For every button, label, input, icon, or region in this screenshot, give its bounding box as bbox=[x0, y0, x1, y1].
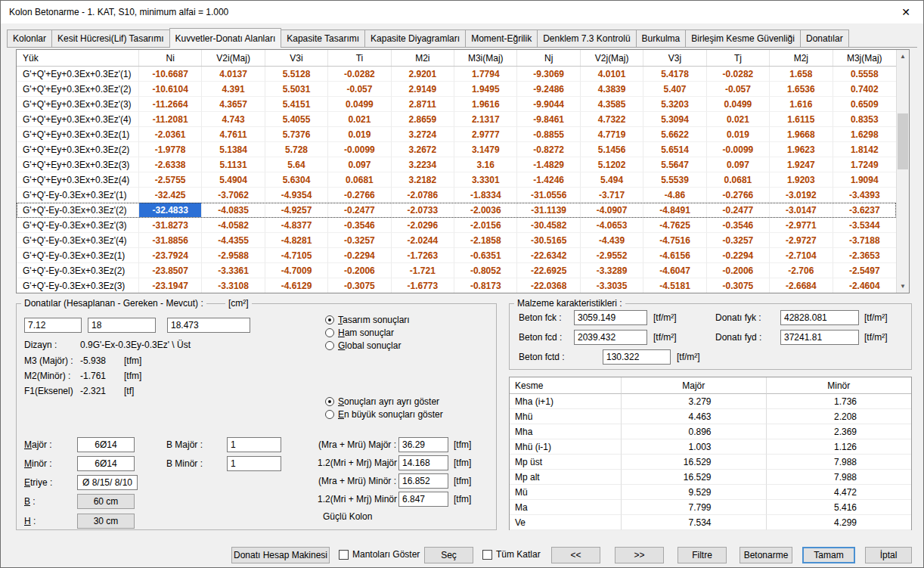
value-cell[interactable]: 1.9623 bbox=[770, 142, 833, 157]
donati-fyk-input[interactable]: 42828.081 bbox=[780, 310, 859, 325]
value-cell[interactable]: -4.6156 bbox=[643, 248, 706, 263]
mri-mrj-major-input[interactable]: 14.168 bbox=[398, 455, 448, 470]
donati-hesap-makinesi-button[interactable]: Donatı Hesap Makinesi bbox=[231, 547, 330, 563]
value-cell[interactable]: 5.5128 bbox=[265, 67, 328, 82]
value-cell[interactable]: 1.9668 bbox=[770, 127, 833, 142]
value-cell[interactable]: 5.7376 bbox=[265, 127, 328, 142]
value-cell[interactable]: 0.7402 bbox=[833, 82, 896, 97]
value-cell[interactable]: -31.0556 bbox=[517, 188, 580, 203]
value-cell[interactable]: 4.7322 bbox=[581, 112, 643, 127]
value-cell[interactable]: -32.425 bbox=[139, 188, 202, 203]
value-cell[interactable]: 4.3657 bbox=[202, 97, 265, 112]
value-cell[interactable]: 5.1456 bbox=[581, 142, 643, 157]
value-cell[interactable]: -2.1858 bbox=[454, 233, 517, 248]
table-row[interactable]: G'+Q'+Ey+0.3Ex+0.3Ez'(3)-11.26644.36575.… bbox=[17, 97, 896, 112]
value-cell[interactable]: -1.4829 bbox=[517, 157, 580, 172]
value-cell[interactable]: 0.019 bbox=[707, 127, 770, 142]
value-cell[interactable]: 5.64 bbox=[265, 157, 328, 172]
value-cell[interactable]: -3.0147 bbox=[770, 203, 833, 218]
tab-moment-e-rilik[interactable]: Moment-Eğrilik bbox=[465, 29, 538, 47]
value-cell[interactable]: -4.0653 bbox=[581, 218, 643, 233]
value-cell[interactable]: -0.6351 bbox=[454, 248, 517, 263]
value-cell[interactable]: -4.8281 bbox=[265, 233, 328, 248]
value-cell[interactable]: -3.3289 bbox=[581, 263, 643, 278]
value-cell[interactable]: 1.6536 bbox=[770, 82, 833, 97]
value-cell[interactable]: -0.2006 bbox=[328, 263, 391, 278]
beton-fctd-input[interactable]: 130.322 bbox=[603, 349, 671, 365]
radio-sonu-lar-ayr-ayr-g-ster[interactable]: Sonuçları ayrı ayrı göster bbox=[325, 396, 443, 406]
hesaplanan-alan-input[interactable]: 7.12 bbox=[24, 318, 82, 333]
h-dimension-button[interactable]: 30 cm bbox=[77, 514, 135, 529]
value-cell[interactable]: -1.4246 bbox=[517, 172, 580, 188]
value-cell[interactable]: 3.2182 bbox=[392, 172, 454, 188]
tab-kuvvetler-donat-alanlar[interactable]: Kuvvetler-Donatı Alanları bbox=[169, 28, 282, 48]
scroll-up-icon[interactable]: ▲ bbox=[897, 50, 909, 63]
beton-fcd-input[interactable]: 2039.432 bbox=[574, 330, 647, 345]
value-cell[interactable]: 1.7249 bbox=[833, 157, 896, 172]
value-cell[interactable]: -3.0192 bbox=[770, 188, 833, 203]
minor-rebar-input[interactable]: 6Ø14 bbox=[77, 456, 135, 471]
value-cell[interactable]: -4.6047 bbox=[643, 263, 706, 278]
value-cell[interactable]: 0.6509 bbox=[833, 97, 896, 112]
value-cell[interactable]: -4.86 bbox=[643, 188, 706, 203]
value-cell[interactable]: 1.9616 bbox=[454, 97, 517, 112]
value-cell[interactable]: 1.8142 bbox=[833, 142, 896, 157]
value-cell[interactable]: 4.0101 bbox=[581, 67, 643, 82]
value-cell[interactable]: -1.6773 bbox=[392, 278, 454, 293]
value-cell[interactable]: -2.3653 bbox=[833, 248, 896, 263]
value-cell[interactable]: 5.5647 bbox=[643, 157, 706, 172]
value-cell[interactable]: 1.6298 bbox=[833, 127, 896, 142]
value-cell[interactable]: 5.6622 bbox=[643, 127, 706, 142]
value-cell[interactable]: -2.4604 bbox=[833, 278, 896, 293]
table-row[interactable]: G'+Q'-Ey-0.3Ex+0.3Ez(3)-23.1947-3.3108-4… bbox=[17, 278, 896, 293]
value-cell[interactable]: -0.0282 bbox=[328, 67, 391, 82]
table-row[interactable]: G'+Q'+Ey+0.3Ex+0.3Ez'(4)-11.20814.7435.4… bbox=[17, 112, 896, 127]
value-cell[interactable]: -2.9588 bbox=[202, 248, 265, 263]
value-cell[interactable]: 3.2724 bbox=[392, 127, 454, 142]
tab-birle-im-kesme-g-venli-i[interactable]: Birleşim Kesme Güvenliği bbox=[685, 29, 801, 47]
radio-en-b-y-k-sonu-lar-g-ster[interactable]: En büyük sonuçları göster bbox=[325, 409, 443, 419]
value-cell[interactable]: -9.9044 bbox=[517, 97, 580, 112]
value-cell[interactable]: -1.9778 bbox=[139, 142, 202, 157]
value-cell[interactable]: 5.1131 bbox=[202, 157, 265, 172]
value-cell[interactable]: -3.6237 bbox=[833, 203, 896, 218]
value-cell[interactable]: 1.9495 bbox=[454, 82, 517, 97]
table-row[interactable]: G'+Q'+Ey+0.3Ex+0.3Ez(1)-2.03614.76115.73… bbox=[17, 127, 896, 142]
mra-mru-major-input[interactable]: 36.29 bbox=[398, 437, 448, 452]
value-cell[interactable]: 5.6514 bbox=[643, 142, 706, 157]
value-cell[interactable]: -2.0786 bbox=[392, 188, 454, 203]
value-cell[interactable]: -1.8334 bbox=[454, 188, 517, 203]
table-row[interactable]: G'+Q'+Ey+0.3Ex+0.3Ez(3)-2.63385.11315.64… bbox=[17, 157, 896, 172]
value-cell[interactable]: 1.9094 bbox=[833, 172, 896, 188]
value-cell[interactable]: -11.2081 bbox=[139, 112, 202, 127]
value-cell[interactable]: -2.6684 bbox=[770, 278, 833, 293]
value-cell[interactable]: 3.1479 bbox=[454, 142, 517, 157]
value-cell[interactable]: -22.6342 bbox=[517, 248, 580, 263]
value-cell[interactable]: -4.0907 bbox=[581, 203, 643, 218]
value-cell[interactable]: -0.2294 bbox=[328, 248, 391, 263]
value-cell[interactable]: -4.7105 bbox=[265, 248, 328, 263]
value-cell[interactable]: -0.3546 bbox=[707, 218, 770, 233]
value-cell[interactable]: -0.2477 bbox=[707, 203, 770, 218]
table-row[interactable]: G'+Q'+Ey+0.3Ex+0.3Ez(2)-1.97785.13845.72… bbox=[17, 142, 896, 157]
donati-fyd-input[interactable]: 37241.81 bbox=[780, 330, 859, 345]
value-cell[interactable]: 1.7794 bbox=[454, 67, 517, 82]
value-cell[interactable]: 4.0137 bbox=[202, 67, 265, 82]
value-cell[interactable]: 0.019 bbox=[328, 127, 391, 142]
value-cell[interactable]: 0.097 bbox=[707, 157, 770, 172]
value-cell[interactable]: 5.6304 bbox=[265, 172, 328, 188]
value-cell[interactable]: -2.0156 bbox=[454, 218, 517, 233]
value-cell[interactable]: -4.7516 bbox=[643, 233, 706, 248]
radio-ham-sonu-lar[interactable]: Ham sonuçlar bbox=[325, 327, 410, 337]
value-cell[interactable]: -4.4355 bbox=[202, 233, 265, 248]
tab-kolonlar[interactable]: Kolonlar bbox=[7, 29, 52, 47]
value-cell[interactable]: 4.3839 bbox=[581, 82, 643, 97]
value-cell[interactable]: 1.9203 bbox=[770, 172, 833, 188]
value-cell[interactable]: 5.4904 bbox=[202, 172, 265, 188]
value-cell[interactable]: -0.8855 bbox=[517, 127, 580, 142]
value-cell[interactable]: -32.4833 bbox=[139, 203, 202, 218]
value-cell[interactable]: -0.2766 bbox=[707, 188, 770, 203]
value-cell[interactable]: 3.2672 bbox=[392, 142, 454, 157]
tamam-button[interactable]: Tamam bbox=[802, 547, 855, 563]
radio-global-sonu-lar[interactable]: Global sonuçlar bbox=[325, 340, 410, 350]
